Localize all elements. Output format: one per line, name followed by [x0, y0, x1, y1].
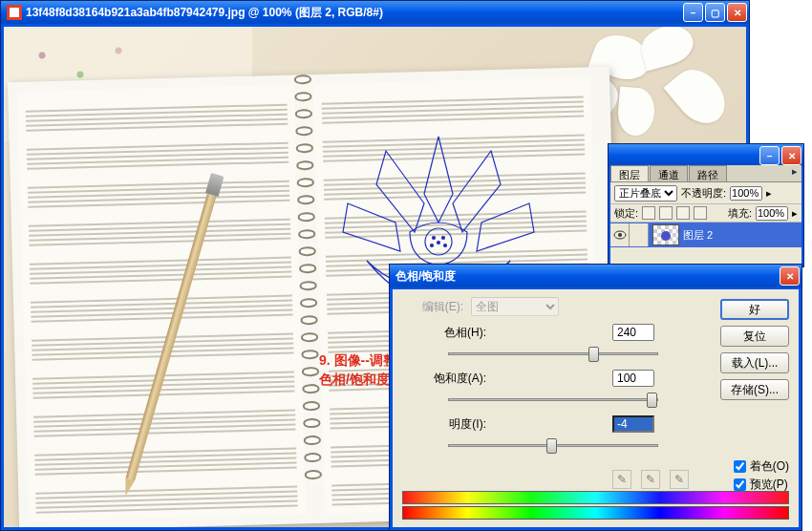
document-titlebar[interactable]: 13f48f8d38164b921a3ab4fb87942479.jpg @ 1…	[1, 1, 749, 24]
lightness-slider[interactable]	[448, 436, 658, 456]
lock-transparency-icon[interactable]	[642, 206, 655, 220]
layer-name: 图层 2	[683, 228, 713, 243]
layer-list: 图层 2	[610, 223, 801, 247]
svg-point-4	[442, 237, 445, 240]
lock-pixels-icon[interactable]	[659, 206, 673, 220]
saturation-slider-handle[interactable]	[647, 393, 657, 408]
hue-spectrum-bottom	[402, 506, 789, 520]
lightness-label: 明度(I):	[402, 416, 498, 433]
hue-label: 色相(H):	[402, 325, 498, 341]
svg-point-9	[618, 233, 622, 237]
hue-slider[interactable]	[448, 345, 658, 364]
edit-label: 编辑(E):	[402, 299, 471, 315]
colorize-checkbox[interactable]: 着色(O)	[734, 458, 789, 475]
visibility-toggle-icon[interactable]	[610, 223, 630, 246]
panel-menu-icon[interactable]: ▸	[788, 165, 801, 181]
layers-close-button[interactable]: ✕	[781, 146, 801, 165]
eyedropper-icon[interactable]: ✎	[612, 470, 631, 489]
layers-minimize-button[interactable]: –	[759, 146, 780, 165]
eyedropper-subtract-icon[interactable]: ✎	[670, 470, 689, 489]
hs-close-button[interactable]: ✕	[780, 266, 800, 286]
colorize-check-input[interactable]	[734, 460, 746, 473]
load-button[interactable]: 载入(L)...	[720, 352, 789, 373]
opacity-label: 不透明度:	[681, 186, 726, 201]
edit-select: 全图	[471, 297, 559, 316]
tab-layers[interactable]: 图层	[610, 165, 649, 181]
panel-tabs: 图层 通道 路径 ▸	[610, 165, 801, 182]
layers-panel: – ✕ 图层 通道 路径 ▸ 正片叠底 不透明度: ▸ 锁定: 填充: ▸	[608, 143, 804, 267]
lock-position-icon[interactable]	[676, 206, 690, 220]
eyedropper-group: ✎ ✎ ✎	[612, 470, 689, 489]
hue-slider-handle[interactable]	[588, 347, 599, 362]
save-button[interactable]: 存储(S)...	[720, 379, 789, 400]
hue-input[interactable]	[612, 324, 654, 341]
layer-row[interactable]: 图层 2	[610, 223, 801, 247]
lightness-input[interactable]	[612, 415, 654, 433]
svg-rect-1	[10, 8, 19, 17]
blend-mode-select[interactable]: 正片叠底	[614, 185, 677, 202]
hs-titlebar[interactable]: 色相/饱和度 ✕	[390, 265, 801, 287]
tab-channels[interactable]: 通道	[650, 165, 688, 181]
svg-point-3	[433, 237, 436, 240]
tab-paths[interactable]: 路径	[689, 165, 727, 181]
cancel-button[interactable]: 复位	[720, 326, 789, 347]
hs-title: 色相/饱和度	[395, 268, 778, 285]
lock-all-icon[interactable]	[694, 206, 707, 220]
close-button[interactable]: ✕	[727, 3, 747, 22]
opacity-input[interactable]	[730, 186, 762, 201]
maximize-button[interactable]: ▢	[705, 3, 725, 22]
minimize-button[interactable]: –	[683, 3, 703, 22]
ok-button[interactable]: 好	[720, 299, 789, 320]
opacity-arrow-icon[interactable]: ▸	[766, 187, 778, 199]
svg-point-7	[438, 242, 440, 244]
link-toggle-icon[interactable]	[630, 223, 649, 246]
eyedropper-add-icon[interactable]: ✎	[641, 470, 660, 489]
saturation-label: 饱和度(A):	[402, 371, 498, 387]
lightness-slider-handle[interactable]	[546, 438, 557, 454]
app-icon	[7, 5, 22, 20]
svg-point-5	[431, 244, 434, 247]
svg-point-6	[444, 244, 447, 247]
fill-input[interactable]	[756, 206, 788, 221]
layers-panel-titlebar[interactable]: – ✕	[609, 144, 803, 167]
preview-check-input[interactable]	[734, 478, 746, 491]
saturation-slider[interactable]	[448, 391, 658, 410]
fill-arrow-icon[interactable]: ▸	[792, 207, 798, 220]
saturation-input[interactable]	[612, 370, 654, 387]
hue-saturation-dialog: 色相/饱和度 ✕ 编辑(E): 全图 色相(H): 饱和度(A): 明度(I):…	[389, 264, 802, 531]
fill-label: 填充:	[728, 206, 752, 221]
hue-spectrum-top	[402, 491, 789, 504]
lock-label: 锁定:	[614, 206, 638, 221]
notebook-page-left	[17, 84, 306, 520]
document-title: 13f48f8d38164b921a3ab4fb87942479.jpg @ 1…	[26, 5, 681, 21]
layer-thumbnail[interactable]	[652, 224, 679, 245]
